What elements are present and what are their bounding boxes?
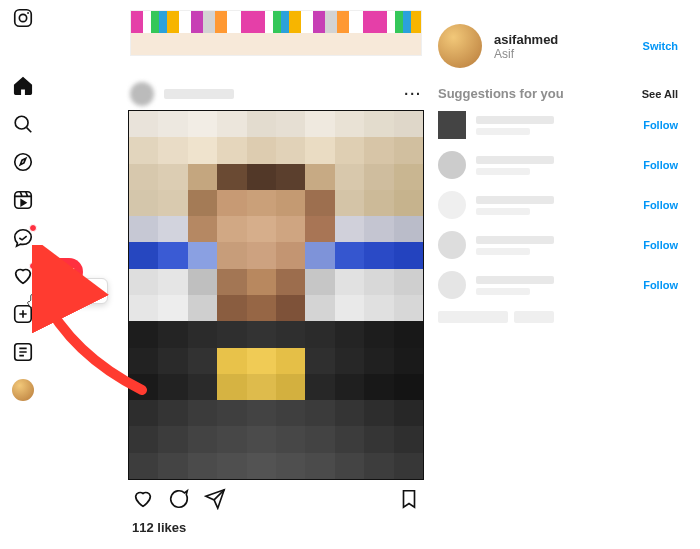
suggestion-row: Follow [438,231,678,259]
right-column: asifahmed Asif Switch Suggestions for yo… [438,24,678,323]
profile-display-name: Asif [494,47,558,61]
suggestion-avatar[interactable] [438,231,466,259]
like-icon[interactable] [132,488,154,514]
messages-icon[interactable] [11,226,35,250]
follow-button[interactable]: Follow [643,199,678,211]
suggestion-avatar[interactable] [438,111,466,139]
see-all-button[interactable]: See All [642,88,678,100]
logo-icon[interactable] [11,6,35,30]
reels-icon[interactable] [11,188,35,212]
suggestion-row: Follow [438,111,678,139]
follow-button[interactable]: Follow [643,119,678,131]
post: ··· [128,84,424,538]
share-icon[interactable] [204,488,226,514]
create-tooltip: Create [46,278,108,304]
post-header: ··· [128,84,424,110]
footer-link[interactable] [438,311,508,323]
svg-rect-0 [15,10,32,27]
likes-count[interactable]: 112 likes [128,518,424,537]
follow-button[interactable]: Follow [643,279,678,291]
search-icon[interactable] [11,112,35,136]
stories-tray[interactable] [130,10,422,56]
profile-switcher: asifahmed Asif Switch [438,24,678,68]
follow-button[interactable]: Follow [643,159,678,171]
post-author-avatar[interactable] [130,82,154,106]
comment-icon[interactable] [168,488,190,514]
create-icon[interactable] [11,302,35,326]
post-image[interactable] [128,110,424,480]
suggestion-avatar[interactable] [438,191,466,219]
home-icon[interactable] [11,74,35,98]
suggestion-row: Follow [438,151,678,179]
suggestions-header: Suggestions for you See All [438,86,678,101]
footer-links [438,311,678,323]
svg-point-2 [27,12,29,14]
svg-point-4 [15,154,32,171]
svg-point-1 [19,14,26,21]
suggestion-avatar[interactable] [438,151,466,179]
suggestion-row: Follow [438,271,678,299]
post-actions [128,480,424,518]
feed: ··· [128,10,424,538]
explore-icon[interactable] [11,150,35,174]
threads-icon[interactable] [11,340,35,364]
sidebar: 1 [0,0,46,549]
save-icon[interactable] [398,488,420,514]
notifications-icon[interactable]: 1 [11,264,35,288]
switch-button[interactable]: Switch [643,40,678,52]
suggestion-row: Follow [438,191,678,219]
post-author-name[interactable] [164,89,234,99]
notifications-count: 1 [70,266,76,278]
svg-rect-5 [15,192,32,209]
profile-avatar-large[interactable] [438,24,482,68]
profile-avatar[interactable] [11,378,35,402]
post-more-icon[interactable]: ··· [404,86,422,102]
messages-unread-dot [29,224,37,232]
follow-button[interactable]: Follow [643,239,678,251]
footer-link[interactable] [514,311,554,323]
svg-point-3 [15,116,28,129]
profile-username[interactable]: asifahmed [494,32,558,47]
suggestion-avatar[interactable] [438,271,466,299]
